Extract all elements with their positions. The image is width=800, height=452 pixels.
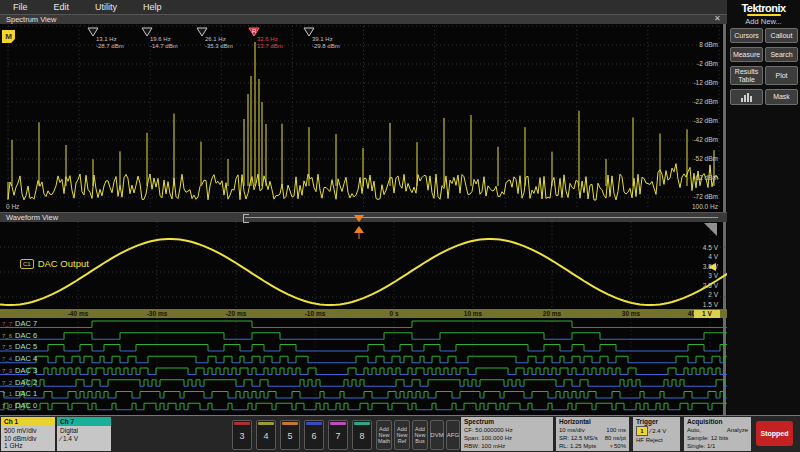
x-axis-start-label: 0 Hz [6, 203, 19, 210]
y-axis-tick: -62 dBm [678, 174, 718, 181]
digital-channel-label[interactable]: 7_6DAC 6 [2, 331, 122, 340]
time-tick: -20 ms [226, 310, 247, 317]
spectrum-settings-box[interactable]: Spectrum CF: 50.000000 Hz Span: 100.000 … [461, 417, 553, 451]
histogram-button[interactable] [730, 89, 763, 105]
stopped-button[interactable]: Stopped [756, 421, 793, 446]
plot-button[interactable]: Plot [765, 66, 798, 85]
v-scale-tick: 4.5 V [678, 244, 718, 251]
add-new-bus-button[interactable]: Add New Bus [412, 420, 428, 450]
channel-8-button[interactable]: 8 [352, 420, 372, 450]
spectrum-reference-marker[interactable]: R 32.6 Hz13.7 dBm [248, 27, 308, 55]
channel-chip: C1 [20, 259, 34, 269]
sidebar: Tektronix Add New... Cursors Callout Mea… [727, 0, 800, 415]
acquisition-settings-box[interactable]: Acquisition Auto,Analyze Sample: 12 bits… [684, 417, 751, 451]
spectrum-marker-3[interactable]: 26.1 Hz-35.3 dBm [196, 27, 256, 55]
horizontal-settings-box[interactable]: Horizontal 10 ms/div100 ms SR: 12.5 MS/s… [556, 417, 629, 451]
menu-file[interactable]: File [0, 2, 41, 12]
v-scale-tick: 1.5 V [678, 301, 718, 308]
panel-resize-handle[interactable] [704, 223, 717, 236]
pan-scrollbar[interactable] [245, 217, 718, 218]
close-icon[interactable]: ✕ [714, 14, 721, 24]
spectrum-marker-4[interactable]: 39.1 Hz-29.8 dBm [303, 27, 363, 55]
time-tick: 30 ms [622, 310, 640, 317]
x-axis-end-label: 100.0 Hz [678, 203, 718, 210]
results-table-button[interactable]: Results Table [730, 66, 763, 85]
trigger-source-chip: 1 [636, 426, 648, 436]
y-axis-tick: -12 dBm [678, 79, 718, 86]
y-axis-tick: -22 dBm [678, 98, 718, 105]
digital-channel-label[interactable]: 7_2DAC 2 [2, 378, 122, 387]
menu-bar: File Edit Utility Help [0, 0, 727, 14]
add-new-ref-button[interactable]: Add New Ref [394, 420, 410, 450]
v-scale-tick: 2.5 V [678, 282, 718, 289]
measure-button[interactable]: Measure [730, 47, 763, 62]
time-tick: -30 ms [147, 310, 168, 317]
menu-utility[interactable]: Utility [82, 2, 130, 12]
spectrum-marker-2[interactable]: 19.6 Hz-14.7 dBm [141, 27, 201, 55]
y-axis-tick: -72 dBm [678, 193, 718, 200]
time-axis-band [0, 309, 727, 318]
channel-3-button[interactable]: 3 [232, 420, 252, 450]
menu-edit[interactable]: Edit [41, 2, 83, 12]
oscilloscope-screen: File Edit Utility Help Tektronix Add New… [0, 0, 800, 452]
channel-7-button[interactable]: 7 [328, 420, 348, 450]
time-tick: -40 ms [68, 310, 89, 317]
ch7-badge[interactable]: Ch 7 Digital ∕ 1.4 V [57, 417, 111, 451]
settings-bar: Ch 1 500 mV/div 10 dBm/div 1 GHz Ch 7 Di… [0, 415, 800, 452]
callout-button[interactable]: Callout [765, 28, 798, 43]
menu-help[interactable]: Help [130, 2, 175, 12]
digital-channel-label[interactable]: 7_5DAC 5 [2, 342, 122, 351]
spectrum-view-titlebar[interactable]: Spectrum View [0, 14, 727, 24]
y-axis-tick: 8 dBm [678, 41, 718, 48]
y-axis-tick: -32 dBm [678, 117, 718, 124]
v-scale-tick: 4 V [678, 253, 718, 260]
tektronix-logo: Tektronix [727, 2, 800, 16]
v-scale-tick: 2 V [678, 291, 718, 298]
time-tick: 10 ms [464, 310, 482, 317]
threshold-slope-icon: ∕ [60, 435, 61, 442]
waveform-callout[interactable]: C1 DAC Output [20, 258, 89, 269]
analog-waveform-plot [0, 222, 727, 309]
dvm-button[interactable]: DVM [430, 420, 444, 450]
channel-5-button[interactable]: 5 [280, 420, 300, 450]
y-axis-tick: -42 dBm [678, 136, 718, 143]
histogram-icon [740, 92, 754, 102]
y-axis-tick: -52 dBm [678, 155, 718, 162]
mask-button[interactable]: Mask [765, 89, 798, 105]
afg-button[interactable]: AFG [446, 420, 460, 450]
digital-channel-label[interactable]: 7_7DAC 7 [2, 319, 122, 328]
time-tick: 20 ms [543, 310, 561, 317]
svg-text:R: R [252, 28, 257, 34]
ch1-badge[interactable]: Ch 1 500 mV/div 10 dBm/div 1 GHz [1, 417, 55, 451]
spectrum-marker-1[interactable]: 13.1 Hz-28.7 dBm [87, 27, 147, 55]
add-new-label: Add New... [727, 17, 800, 26]
time-tick: 0 s [389, 310, 398, 317]
digital-channel-label[interactable]: 7_4DAC 4 [2, 354, 122, 363]
channel-6-button[interactable]: 6 [304, 420, 324, 450]
v-scale-bottom-chip: 1 V [694, 310, 720, 318]
y-axis-tick: -2 dBm [678, 60, 718, 67]
v-scale-tick: 3 V [678, 272, 718, 279]
cursors-button[interactable]: Cursors [730, 28, 763, 43]
digital-channel-label[interactable]: 7_3DAC 3 [2, 366, 122, 375]
trigger-slope-icon: ∕ [650, 428, 651, 434]
digital-channel-label[interactable]: 7_1DAC 1 [2, 389, 122, 398]
search-button[interactable]: Search [765, 47, 798, 62]
add-new-math-button[interactable]: Add New Math [376, 420, 392, 450]
channel-4-button[interactable]: 4 [256, 420, 276, 450]
logo-swoosh [747, 14, 781, 16]
spectrum-source-flag[interactable]: M [2, 30, 15, 43]
v-scale-tick: 3.5 V [678, 263, 718, 270]
time-tick: -10 ms [305, 310, 326, 317]
trigger-settings-box[interactable]: Trigger 1 ∕ 2.4 V HF Reject [633, 417, 680, 451]
callout-text: DAC Output [38, 258, 89, 269]
digital-channel-label[interactable]: 7_0DAC 0 [2, 401, 122, 410]
